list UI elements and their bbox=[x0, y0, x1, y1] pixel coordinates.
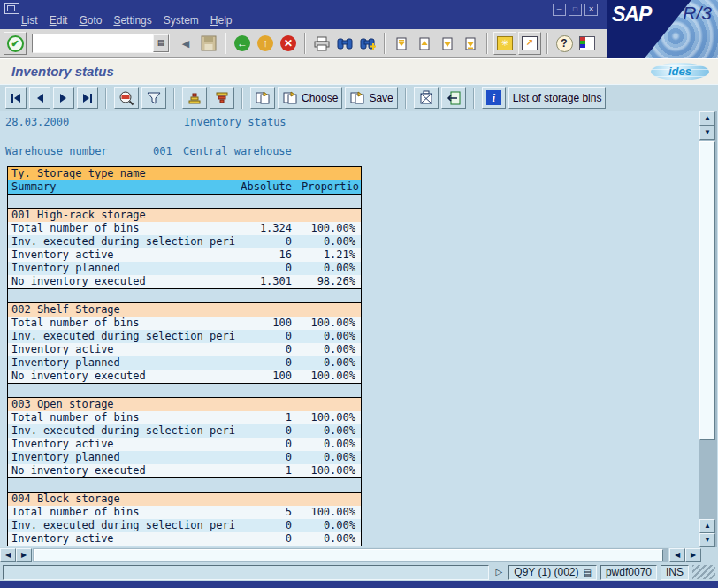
first-page-button[interactable] bbox=[391, 32, 412, 55]
scroll-down-icon[interactable]: ▼ bbox=[699, 126, 715, 140]
storage-type-group: 001 High-rack storageTotal number of bin… bbox=[8, 208, 361, 289]
info-button[interactable]: i bbox=[482, 87, 506, 109]
menu-goto[interactable]: Goto bbox=[79, 14, 102, 27]
storage-type-header[interactable]: 003 Open storage bbox=[8, 398, 361, 411]
menu-list[interactable]: List bbox=[21, 14, 38, 27]
create-session-button[interactable]: ✳ bbox=[493, 32, 516, 55]
filter-icon bbox=[146, 91, 162, 105]
sort-descending-button[interactable] bbox=[210, 87, 234, 109]
table-row[interactable]: Total number of bins5100.00% bbox=[8, 506, 361, 519]
command-dropdown-icon[interactable]: ▤ bbox=[153, 34, 169, 52]
menu-help[interactable]: Help bbox=[210, 14, 233, 27]
exit-button[interactable]: ↑ bbox=[255, 32, 276, 55]
server-icon[interactable]: ▤ bbox=[583, 568, 591, 577]
table-header-summary-row[interactable]: Summary Absolute Proportio bbox=[8, 180, 361, 194]
word-processing-button[interactable] bbox=[441, 87, 466, 109]
table-row[interactable]: No inventory executed1.30198.26% bbox=[8, 275, 361, 288]
command-input[interactable] bbox=[33, 35, 153, 51]
storage-type-group: 003 Open storageTotal number of bins1100… bbox=[8, 397, 361, 478]
filter-button[interactable] bbox=[141, 87, 166, 109]
horizontal-scroll-track[interactable] bbox=[33, 548, 668, 562]
print-icon bbox=[313, 35, 331, 51]
choose-button[interactable]: Choose bbox=[278, 87, 342, 109]
storage-type-header[interactable]: 004 Block storage bbox=[8, 493, 361, 506]
table-row[interactable]: No inventory executed1100.00% bbox=[8, 464, 361, 477]
vertical-scroll-thumb[interactable] bbox=[699, 141, 715, 440]
header-type-label: Ty. Storage type name bbox=[8, 167, 361, 180]
status-message-field[interactable] bbox=[3, 565, 489, 580]
command-field-wrap: ▤ bbox=[32, 34, 170, 53]
enter-button[interactable]: ✔ bbox=[4, 32, 27, 55]
horizontal-scroll-thumb[interactable] bbox=[34, 549, 663, 561]
table-row[interactable]: Inv. executed during selection peri00.00… bbox=[8, 424, 361, 438]
vertical-scrollbar[interactable]: ▲ ▼ ▲ ▼ bbox=[699, 111, 717, 547]
menu-settings[interactable]: Settings bbox=[113, 14, 151, 27]
table-row[interactable]: Inventory active00.00% bbox=[8, 532, 361, 546]
table-row[interactable]: Total number of bins1.324100.00% bbox=[8, 222, 361, 235]
find-details-button[interactable] bbox=[114, 87, 139, 109]
status-expand-button[interactable]: ▷ bbox=[493, 565, 505, 579]
storage-type-group: 004 Block storageTotal number of bins510… bbox=[8, 492, 361, 546]
previous-page-button[interactable] bbox=[414, 32, 435, 55]
menu-edit[interactable]: Edit bbox=[50, 14, 68, 27]
sap-r3-logo: SAP R/3 bbox=[607, 0, 718, 58]
last-record-button[interactable] bbox=[77, 87, 98, 109]
save-button[interactable] bbox=[198, 32, 219, 55]
back-button[interactable]: ← bbox=[232, 32, 253, 55]
table-row[interactable]: Total number of bins100100.00% bbox=[8, 317, 361, 330]
table-row[interactable]: No inventory executed100100.00% bbox=[8, 370, 361, 383]
table-row[interactable]: Inv. executed during selection peri00.00… bbox=[8, 519, 361, 532]
warehouse-label: Warehouse number bbox=[5, 145, 108, 158]
abc-analysis-button[interactable] bbox=[414, 87, 439, 109]
table-row[interactable]: Inventory planned00.00% bbox=[8, 451, 361, 464]
scroll-up-icon[interactable]: ▲ bbox=[699, 111, 715, 126]
table-row[interactable]: Inv. executed during selection peri00.00… bbox=[8, 235, 361, 248]
scroll-right-icon[interactable]: ▶ bbox=[16, 548, 32, 562]
scroll-up-bottom-icon[interactable]: ▲ bbox=[699, 519, 715, 533]
maximize-button[interactable]: □ bbox=[569, 4, 582, 16]
report-table-sections: 001 High-rack storageTotal number of bin… bbox=[8, 208, 361, 546]
copy-button[interactable] bbox=[250, 87, 275, 109]
cancel-button[interactable]: ✕ bbox=[278, 32, 299, 55]
sort-ascending-button[interactable] bbox=[182, 87, 207, 109]
table-header-type-row[interactable]: Ty. Storage type name bbox=[8, 167, 361, 180]
collapse-button[interactable]: ◀ bbox=[175, 32, 196, 55]
scroll-left-end-icon[interactable]: ◀ bbox=[669, 548, 685, 562]
help-button[interactable]: ? bbox=[554, 32, 575, 55]
customize-layout-button[interactable] bbox=[577, 32, 598, 55]
table-row[interactable]: Inventory planned00.00% bbox=[8, 262, 361, 275]
create-shortcut-button[interactable]: ↗ bbox=[518, 32, 541, 55]
resize-grip[interactable] bbox=[692, 565, 715, 579]
minimize-button[interactable]: ─ bbox=[553, 4, 566, 16]
previous-record-button[interactable] bbox=[29, 87, 50, 109]
table-row[interactable]: Total number of bins1100.00% bbox=[8, 411, 361, 424]
menu-system[interactable]: System bbox=[164, 14, 199, 27]
next-record-button[interactable] bbox=[53, 87, 74, 109]
next-page-button[interactable] bbox=[437, 32, 458, 55]
last-page-button[interactable] bbox=[460, 32, 481, 55]
system-session-field[interactable]: Q9Y (1) (002) ▤ bbox=[508, 565, 597, 580]
scroll-down-bottom-icon[interactable]: ▼ bbox=[699, 533, 715, 547]
storage-type-header[interactable]: 001 High-rack storage bbox=[8, 209, 361, 222]
close-button[interactable]: ✕ bbox=[584, 4, 598, 16]
save-list-button[interactable]: Save bbox=[345, 87, 397, 109]
table-row[interactable]: Inventory active00.00% bbox=[8, 343, 361, 356]
print-button[interactable] bbox=[311, 32, 332, 55]
table-row[interactable]: Inventory planned00.00% bbox=[8, 356, 361, 370]
table-row[interactable]: Inv. executed during selection peri00.00… bbox=[8, 330, 361, 343]
find-button[interactable] bbox=[334, 32, 355, 55]
toolbar-separator bbox=[546, 33, 548, 54]
input-mode-field[interactable]: INS bbox=[661, 565, 689, 580]
scroll-right-end-icon[interactable]: ▶ bbox=[685, 548, 701, 562]
storage-type-group: 002 Shelf StorageTotal number of bins100… bbox=[8, 302, 361, 384]
table-row[interactable]: Inventory active00.00% bbox=[8, 438, 361, 451]
horizontal-scrollbar[interactable]: ◀ ▶ ◀ ▶ bbox=[0, 547, 701, 563]
vertical-scroll-track[interactable] bbox=[699, 140, 717, 519]
table-row[interactable]: Inventory active161.21% bbox=[8, 248, 361, 262]
system-menu-icon[interactable] bbox=[4, 3, 19, 14]
storage-type-header[interactable]: 002 Shelf Storage bbox=[8, 303, 361, 317]
first-record-button[interactable] bbox=[5, 87, 27, 109]
scroll-left-icon[interactable]: ◀ bbox=[0, 548, 16, 562]
list-of-storage-bins-button[interactable]: List of storage bins bbox=[508, 87, 607, 109]
find-next-button[interactable] bbox=[357, 32, 378, 55]
